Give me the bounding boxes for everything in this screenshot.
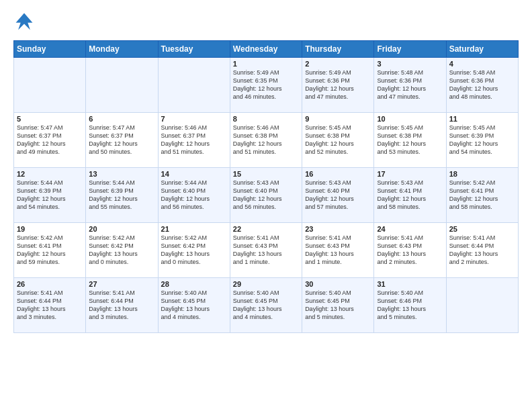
day-number: 17 [377, 170, 443, 178]
day-info: Sunrise: 5:46 AM Sunset: 6:37 PM Dayligh… [161, 124, 227, 156]
day-number: 18 [449, 170, 515, 178]
header-thursday: Thursday [302, 41, 374, 58]
calendar-cell: 19Sunrise: 5:42 AM Sunset: 6:41 PM Dayli… [14, 223, 86, 278]
day-number: 7 [161, 115, 227, 123]
calendar-week-row: 26Sunrise: 5:41 AM Sunset: 6:44 PM Dayli… [14, 278, 519, 333]
header-monday: Monday [86, 41, 158, 58]
calendar-cell: 10Sunrise: 5:45 AM Sunset: 6:38 PM Dayli… [374, 113, 446, 168]
calendar-header: Sunday Monday Tuesday Wednesday Thursday… [14, 41, 519, 58]
calendar-cell: 24Sunrise: 5:41 AM Sunset: 6:43 PM Dayli… [374, 223, 446, 278]
calendar-cell: 3Sunrise: 5:48 AM Sunset: 6:36 PM Daylig… [374, 58, 446, 113]
day-number: 2 [305, 60, 371, 68]
day-info: Sunrise: 5:40 AM Sunset: 6:46 PM Dayligh… [377, 289, 443, 322]
calendar-cell: 6Sunrise: 5:47 AM Sunset: 6:37 PM Daylig… [86, 113, 158, 168]
calendar-cell: 15Sunrise: 5:43 AM Sunset: 6:40 PM Dayli… [230, 168, 302, 223]
calendar-cell: 29Sunrise: 5:40 AM Sunset: 6:45 PM Dayli… [230, 278, 302, 333]
day-info: Sunrise: 5:42 AM Sunset: 6:41 PM Dayligh… [449, 179, 515, 212]
calendar-cell: 7Sunrise: 5:46 AM Sunset: 6:37 PM Daylig… [158, 113, 230, 168]
svg-marker-0 [16, 13, 33, 30]
day-info: Sunrise: 5:41 AM Sunset: 6:44 PM Dayligh… [449, 234, 515, 267]
day-number: 11 [449, 115, 515, 123]
day-number: 26 [17, 280, 83, 288]
calendar-cell: 22Sunrise: 5:41 AM Sunset: 6:43 PM Dayli… [230, 223, 302, 278]
calendar-cell: 16Sunrise: 5:43 AM Sunset: 6:40 PM Dayli… [302, 168, 374, 223]
calendar-cell: 14Sunrise: 5:44 AM Sunset: 6:40 PM Dayli… [158, 168, 230, 223]
day-number: 6 [89, 115, 154, 123]
day-info: Sunrise: 5:42 AM Sunset: 6:41 PM Dayligh… [17, 234, 83, 267]
header [13, 11, 519, 32]
day-info: Sunrise: 5:40 AM Sunset: 6:45 PM Dayligh… [233, 289, 299, 322]
day-info: Sunrise: 5:41 AM Sunset: 6:43 PM Dayligh… [377, 234, 443, 267]
calendar-cell: 26Sunrise: 5:41 AM Sunset: 6:44 PM Dayli… [14, 278, 86, 333]
page: Sunday Monday Tuesday Wednesday Thursday… [0, 0, 532, 340]
logo-icon [13, 11, 35, 32]
header-friday: Friday [374, 41, 446, 58]
day-number: 23 [305, 225, 371, 233]
header-sunday: Sunday [14, 41, 86, 58]
day-info: Sunrise: 5:41 AM Sunset: 6:44 PM Dayligh… [17, 289, 83, 322]
day-info: Sunrise: 5:47 AM Sunset: 6:37 PM Dayligh… [89, 124, 154, 156]
day-info: Sunrise: 5:41 AM Sunset: 6:44 PM Dayligh… [89, 289, 154, 322]
day-number: 15 [233, 170, 299, 178]
calendar-cell: 23Sunrise: 5:41 AM Sunset: 6:43 PM Dayli… [302, 223, 374, 278]
calendar-cell [446, 278, 518, 333]
day-number: 12 [17, 170, 83, 178]
day-info: Sunrise: 5:45 AM Sunset: 6:39 PM Dayligh… [449, 124, 515, 156]
day-number: 24 [377, 225, 443, 233]
calendar-body: 1Sunrise: 5:49 AM Sunset: 6:35 PM Daylig… [14, 58, 519, 333]
calendar-cell [158, 58, 230, 113]
calendar-cell: 27Sunrise: 5:41 AM Sunset: 6:44 PM Dayli… [86, 278, 158, 333]
calendar-cell: 31Sunrise: 5:40 AM Sunset: 6:46 PM Dayli… [374, 278, 446, 333]
calendar-cell [86, 58, 158, 113]
day-number: 21 [161, 225, 227, 233]
day-info: Sunrise: 5:45 AM Sunset: 6:38 PM Dayligh… [305, 124, 371, 156]
calendar-cell: 12Sunrise: 5:44 AM Sunset: 6:39 PM Dayli… [14, 168, 86, 223]
day-info: Sunrise: 5:47 AM Sunset: 6:37 PM Dayligh… [17, 124, 83, 156]
calendar-cell: 25Sunrise: 5:41 AM Sunset: 6:44 PM Dayli… [446, 223, 518, 278]
day-info: Sunrise: 5:43 AM Sunset: 6:41 PM Dayligh… [377, 179, 443, 212]
day-info: Sunrise: 5:44 AM Sunset: 6:40 PM Dayligh… [161, 179, 227, 212]
header-saturday: Saturday [446, 41, 518, 58]
day-info: Sunrise: 5:44 AM Sunset: 6:39 PM Dayligh… [89, 179, 154, 212]
day-number: 10 [377, 115, 443, 123]
day-number: 4 [449, 60, 515, 68]
day-number: 28 [161, 280, 227, 288]
calendar-cell [14, 58, 86, 113]
calendar-cell: 18Sunrise: 5:42 AM Sunset: 6:41 PM Dayli… [446, 168, 518, 223]
day-info: Sunrise: 5:40 AM Sunset: 6:45 PM Dayligh… [161, 289, 227, 322]
day-info: Sunrise: 5:46 AM Sunset: 6:38 PM Dayligh… [233, 124, 299, 156]
day-number: 1 [233, 60, 299, 68]
calendar-week-row: 19Sunrise: 5:42 AM Sunset: 6:41 PM Dayli… [14, 223, 519, 278]
calendar-week-row: 5Sunrise: 5:47 AM Sunset: 6:37 PM Daylig… [14, 113, 519, 168]
calendar-cell: 20Sunrise: 5:42 AM Sunset: 6:42 PM Dayli… [86, 223, 158, 278]
day-number: 22 [233, 225, 299, 233]
day-number: 8 [233, 115, 299, 123]
day-info: Sunrise: 5:40 AM Sunset: 6:45 PM Dayligh… [305, 289, 371, 322]
day-info: Sunrise: 5:43 AM Sunset: 6:40 PM Dayligh… [233, 179, 299, 212]
day-number: 20 [89, 225, 154, 233]
header-wednesday: Wednesday [230, 41, 302, 58]
calendar-cell: 30Sunrise: 5:40 AM Sunset: 6:45 PM Dayli… [302, 278, 374, 333]
calendar-cell: 17Sunrise: 5:43 AM Sunset: 6:41 PM Dayli… [374, 168, 446, 223]
day-info: Sunrise: 5:45 AM Sunset: 6:38 PM Dayligh… [377, 124, 443, 156]
day-number: 5 [17, 115, 83, 123]
calendar-cell: 9Sunrise: 5:45 AM Sunset: 6:38 PM Daylig… [302, 113, 374, 168]
calendar-week-row: 12Sunrise: 5:44 AM Sunset: 6:39 PM Dayli… [14, 168, 519, 223]
day-number: 25 [449, 225, 515, 233]
calendar-table: Sunday Monday Tuesday Wednesday Thursday… [13, 40, 519, 333]
day-info: Sunrise: 5:48 AM Sunset: 6:36 PM Dayligh… [377, 68, 443, 101]
day-number: 31 [377, 280, 443, 288]
header-row: Sunday Monday Tuesday Wednesday Thursday… [14, 41, 519, 58]
day-number: 27 [89, 280, 154, 288]
day-number: 29 [233, 280, 299, 288]
day-info: Sunrise: 5:42 AM Sunset: 6:42 PM Dayligh… [89, 234, 154, 267]
day-number: 3 [377, 60, 443, 68]
day-number: 13 [89, 170, 154, 178]
day-number: 9 [305, 115, 371, 123]
calendar-cell: 5Sunrise: 5:47 AM Sunset: 6:37 PM Daylig… [14, 113, 86, 168]
calendar-cell: 4Sunrise: 5:48 AM Sunset: 6:36 PM Daylig… [446, 58, 518, 113]
logo [13, 11, 38, 32]
day-number: 19 [17, 225, 83, 233]
header-tuesday: Tuesday [158, 41, 230, 58]
day-info: Sunrise: 5:43 AM Sunset: 6:40 PM Dayligh… [305, 179, 371, 212]
